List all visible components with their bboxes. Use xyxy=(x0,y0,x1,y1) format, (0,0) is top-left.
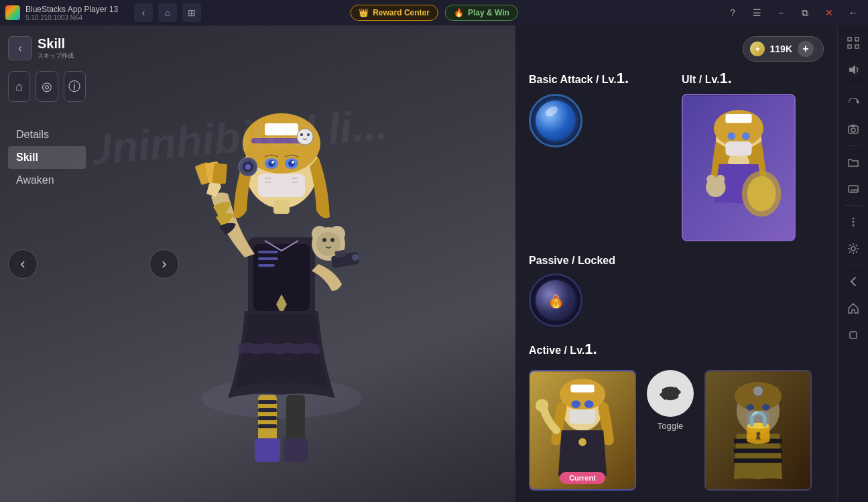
back-arrow-button[interactable]: ← xyxy=(844,3,863,22)
menu-awaken[interactable]: Awaken xyxy=(8,169,86,192)
basic-attack-title: Basic Attack / Lv.1. xyxy=(529,70,671,87)
info-icon: ⓘ xyxy=(68,78,80,95)
svg-point-25 xyxy=(297,129,313,145)
left-arrow-icon: ‹ xyxy=(20,255,25,273)
crown-icon: 👑 xyxy=(359,8,369,17)
svg-rect-14 xyxy=(283,438,308,462)
svg-point-56 xyxy=(727,132,735,140)
svg-rect-3 xyxy=(258,251,278,253)
nav-back-button[interactable]: ‹ xyxy=(134,3,153,22)
titlebar: BlueStacks App Player 13 5.10.210.1003 N… xyxy=(0,0,868,25)
svg-point-23 xyxy=(276,124,287,135)
minimize-button[interactable]: − xyxy=(771,3,790,22)
skill-panel: ✦ 119K + Basic Attack / Lv.1. Ult / Lv.1… xyxy=(515,25,837,502)
active-locked-card[interactable]: 🔒 xyxy=(704,370,812,491)
nav-tabs-button[interactable]: ⊞ xyxy=(182,3,201,22)
bs-home-button[interactable] xyxy=(841,296,865,320)
bs-volume-button[interactable] xyxy=(841,58,865,82)
bs-rotate-button[interactable] xyxy=(841,90,865,115)
svg-point-101 xyxy=(851,247,855,251)
square-icon xyxy=(847,329,859,341)
svg-point-69 xyxy=(571,400,580,408)
titlebar-nav: ‹ ⌂ ⊞ xyxy=(134,3,201,22)
svg-point-73 xyxy=(536,399,549,412)
home-icon: ⌂ xyxy=(15,80,23,94)
svg-rect-4 xyxy=(258,257,278,260)
svg-point-55 xyxy=(735,115,743,123)
settings-icon xyxy=(847,243,859,255)
restore-button[interactable]: ⧉ xyxy=(796,3,814,22)
fire-icon: 🔥 xyxy=(454,8,464,17)
top-nav-icons: ⌂ ◎ ⓘ xyxy=(8,71,86,102)
svg-point-59 xyxy=(747,176,776,212)
left-menu: Details Skill Awaken xyxy=(8,123,86,192)
svg-rect-89 xyxy=(855,38,859,41)
folder-icon xyxy=(847,156,859,168)
play-win-button[interactable]: 🔥 Play & Win xyxy=(445,5,518,21)
basic-orb xyxy=(536,101,576,141)
currency-add-button[interactable]: + xyxy=(798,41,814,57)
back-button[interactable]: ‹ xyxy=(8,36,32,60)
main-area: ‹ Skill スキップ作成 ⌂ ◎ ⓘ Details xyxy=(0,25,868,502)
sidebar-divider-4 xyxy=(844,265,863,265)
bs-fullscreen-button[interactable] xyxy=(841,31,865,55)
svg-point-67 xyxy=(560,379,605,410)
svg-point-46 xyxy=(322,238,326,242)
app-name: BlueStacks App Player 13 xyxy=(25,5,118,14)
reward-center-button[interactable]: 👑 Reward Center xyxy=(350,5,438,21)
currency-display: ✦ 119K + xyxy=(743,36,824,62)
location-icon: ◎ xyxy=(42,79,52,94)
svg-point-36 xyxy=(288,160,295,167)
svg-point-35 xyxy=(268,160,275,167)
bs-screenshot-button[interactable] xyxy=(841,117,865,141)
locked-char-svg: 🔒 xyxy=(706,370,810,491)
menu-button[interactable]: ☰ xyxy=(747,3,766,22)
bs-settings-button[interactable] xyxy=(841,237,865,261)
svg-point-47 xyxy=(330,238,334,242)
currency-amount: 119K xyxy=(770,44,792,54)
nav-home-button[interactable]: ⌂ xyxy=(158,3,177,22)
svg-rect-28 xyxy=(258,174,305,197)
skill-header: ‹ Skill スキップ作成 xyxy=(8,36,86,60)
svg-point-62 xyxy=(716,175,725,184)
bs-sidebar: RPK xyxy=(837,25,868,502)
bs-more-button[interactable] xyxy=(841,210,865,234)
svg-rect-90 xyxy=(848,45,851,48)
bs-rpk-button[interactable]: RPK xyxy=(841,177,865,201)
home-nav-button[interactable]: ⌂ xyxy=(8,71,30,102)
bs-files-button[interactable] xyxy=(841,150,865,174)
svg-rect-11 xyxy=(258,424,277,428)
close-button[interactable]: ✕ xyxy=(820,3,839,22)
app-info: BlueStacks App Player 13 5.10.210.1003 N… xyxy=(25,5,118,21)
passive-icon[interactable]: 🔥 🔒 xyxy=(529,273,582,327)
svg-point-57 xyxy=(742,132,750,140)
toggle-button[interactable] xyxy=(647,370,694,417)
bs-square-button[interactable] xyxy=(841,323,865,347)
svg-rect-102 xyxy=(850,332,857,338)
svg-point-98 xyxy=(852,218,854,220)
currency-icon: ✦ xyxy=(750,42,765,56)
back-icon xyxy=(847,275,859,288)
titlebar-center: 👑 Reward Center 🔥 Play & Win xyxy=(350,5,518,21)
svg-point-94 xyxy=(851,128,855,132)
location-nav-button[interactable]: ◎ xyxy=(36,71,58,102)
skill-title: Skill xyxy=(38,36,74,52)
svg-point-100 xyxy=(852,225,854,227)
svg-point-61 xyxy=(706,175,716,184)
previous-button[interactable]: ‹ xyxy=(8,249,38,279)
basic-attack-icon[interactable] xyxy=(529,94,582,147)
menu-details[interactable]: Details xyxy=(8,123,86,146)
info-nav-button[interactable]: ⓘ xyxy=(64,71,86,102)
ult-image[interactable] xyxy=(682,94,796,241)
menu-skill[interactable]: Skill xyxy=(8,146,86,169)
svg-rect-13 xyxy=(255,438,280,462)
sidebar-divider-1 xyxy=(844,86,863,86)
next-button[interactable]: › xyxy=(149,249,179,279)
more-icon xyxy=(847,216,859,228)
bs-back-button[interactable] xyxy=(841,269,865,294)
titlebar-left: BlueStacks App Player 13 5.10.210.1003 N… xyxy=(5,5,118,21)
app-version: 5.10.210.1003 N64 xyxy=(25,14,118,21)
active-current-card[interactable]: Current xyxy=(529,370,636,491)
help-button[interactable]: ? xyxy=(723,3,742,22)
basic-ult-row: Basic Attack / Lv.1. Ult / Lv.1. xyxy=(529,70,824,241)
